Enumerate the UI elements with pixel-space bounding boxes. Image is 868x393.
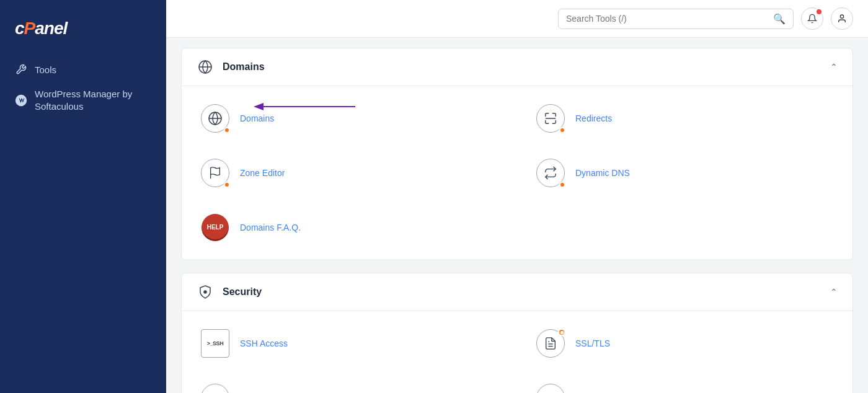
tool-item-domains[interactable]: Domains bbox=[182, 91, 517, 146]
redirects-tool-icon-wrap bbox=[534, 102, 567, 135]
ssl-icon bbox=[536, 329, 565, 358]
sidebar: cPanel Tools WordPress Manager by Softac… bbox=[0, 0, 166, 393]
redirects-tool-label: Redirects bbox=[575, 113, 612, 123]
topbar: 🔍 bbox=[166, 0, 868, 38]
hotlink-tool-icon-wrap bbox=[534, 382, 567, 393]
dynamic-dns-tool-icon-wrap bbox=[534, 157, 567, 189]
domains-faq-tool-label: Domains F.A.Q. bbox=[240, 223, 301, 232]
main-content: 🔍 bbox=[166, 0, 868, 393]
tool-item-ssl-tls[interactable]: SSL/TLS bbox=[517, 316, 852, 371]
tool-item-ssh-access[interactable]: >_SSH SSH Access bbox=[182, 316, 517, 371]
ssl-tool-label: SSL/TLS bbox=[575, 338, 610, 348]
domains-section-header-left: Domains bbox=[197, 58, 265, 76]
security-section-header-left: Security bbox=[197, 283, 262, 301]
domains-chevron-icon: ⌃ bbox=[830, 62, 838, 72]
search-input[interactable] bbox=[566, 14, 768, 24]
sidebar-item-wordpress[interactable]: WordPress Manager by Softaculous bbox=[0, 82, 166, 118]
security-tools-grid: >_SSH SSH Access bbox=[182, 311, 852, 393]
tool-item-dynamic-dns[interactable]: Dynamic DNS bbox=[517, 146, 852, 200]
ssh-tool-label: SSH Access bbox=[240, 338, 288, 348]
dynamic-dns-tool-label: Dynamic DNS bbox=[575, 168, 630, 178]
ssh-icon: >_SSH bbox=[201, 329, 229, 358]
domains-section-title: Domains bbox=[223, 61, 265, 73]
ssl-orange-dot bbox=[558, 329, 565, 336]
zone-editor-tool-icon-wrap bbox=[199, 157, 231, 189]
ssh-tool-icon-wrap: >_SSH bbox=[199, 327, 231, 360]
globe-orange-dot bbox=[224, 127, 230, 133]
tool-item-api-tokens[interactable]: API Manage API Tokens bbox=[182, 371, 517, 393]
sidebar-tools-label: Tools bbox=[35, 64, 56, 75]
cpanel-logo-text: cPanel bbox=[15, 19, 151, 38]
notifications-button[interactable] bbox=[801, 7, 823, 30]
profile-button[interactable] bbox=[831, 7, 853, 30]
tool-item-redirects[interactable]: Redirects bbox=[517, 91, 852, 146]
svg-point-7 bbox=[204, 291, 206, 293]
tool-item-zone-editor[interactable]: Zone Editor bbox=[182, 146, 517, 200]
zone-editor-icon bbox=[201, 159, 229, 187]
hotlink-icon bbox=[536, 384, 565, 393]
ssl-tool-icon-wrap bbox=[534, 327, 567, 360]
security-section-icon bbox=[197, 283, 214, 301]
tools-icon bbox=[15, 63, 27, 76]
api-tool-icon-wrap: API bbox=[199, 382, 231, 393]
help-icon: HELP bbox=[201, 213, 229, 242]
security-chevron-icon: ⌃ bbox=[830, 287, 838, 297]
svg-point-1 bbox=[840, 15, 843, 18]
dynamic-dns-icon bbox=[536, 159, 565, 187]
domains-section: Domains ⌃ Dom bbox=[181, 48, 853, 260]
api-icon: API bbox=[201, 384, 229, 393]
svg-point-10 bbox=[560, 330, 564, 334]
domains-section-icon bbox=[197, 58, 214, 76]
domains-section-header[interactable]: Domains ⌃ bbox=[182, 48, 852, 86]
tool-item-hotlink-protection[interactable]: Hotlink Protection bbox=[517, 371, 852, 393]
zone-editor-tool-label: Zone Editor bbox=[240, 168, 285, 178]
zone-editor-orange-dot bbox=[224, 182, 230, 188]
content-area: Domains ⌃ Dom bbox=[166, 38, 868, 393]
domains-tool-label: Domains bbox=[240, 113, 274, 123]
domains-tool-icon-wrap bbox=[199, 102, 231, 135]
search-bar[interactable]: 🔍 bbox=[558, 9, 794, 29]
notification-dot bbox=[817, 9, 822, 14]
search-icon[interactable]: 🔍 bbox=[773, 13, 786, 25]
tool-item-domains-faq[interactable]: HELP Domains F.A.Q. bbox=[182, 200, 517, 255]
wordpress-icon bbox=[15, 94, 27, 107]
sidebar-wp-label: WordPress Manager by Softaculous bbox=[35, 88, 151, 112]
globe-orange-icon bbox=[201, 104, 229, 133]
redirects-icon bbox=[536, 104, 565, 133]
sidebar-logo: cPanel bbox=[0, 12, 166, 57]
domains-tools-grid: Domains bbox=[182, 86, 852, 260]
security-section-header[interactable]: Security ⌃ bbox=[182, 273, 852, 311]
sidebar-item-tools[interactable]: Tools bbox=[0, 57, 166, 82]
bell-icon bbox=[807, 14, 817, 24]
security-section-title: Security bbox=[223, 286, 262, 298]
dynamic-dns-orange-dot bbox=[559, 182, 565, 188]
user-icon bbox=[837, 14, 847, 24]
redirects-orange-dot bbox=[559, 127, 565, 133]
domains-faq-tool-icon-wrap: HELP bbox=[199, 211, 231, 244]
security-section: Security ⌃ >_SSH SSH Access bbox=[181, 273, 853, 393]
